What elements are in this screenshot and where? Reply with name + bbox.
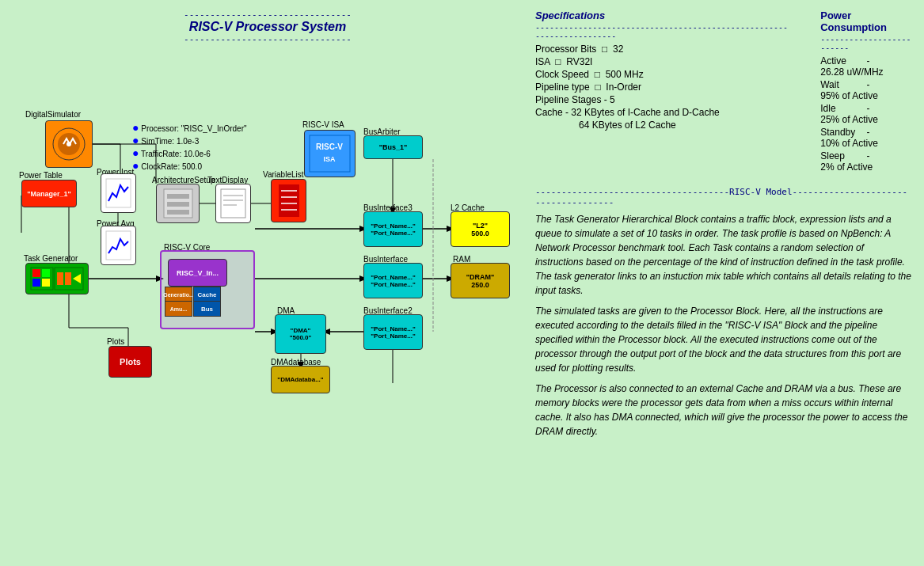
digital-simulator-label: DigitalSimulator (25, 110, 81, 119)
power-dashes: ------------------------- (820, 35, 911, 52)
text-display-block[interactable] (215, 184, 251, 223)
task-generator-block[interactable] (25, 263, 89, 294)
specs-dashes: ----------------------------------------… (535, 23, 789, 40)
variable-list-label: VariableList (263, 170, 304, 179)
connector-lines (10, 51, 524, 415)
isa-value: RV32I (566, 56, 592, 67)
power-avg-block[interactable] (101, 226, 136, 265)
pipeline-stages-value: 5 (610, 94, 615, 105)
specifications-section: Specifications -------------------------… (535, 9, 789, 174)
active-row: Active - 26.28 uW/MHz (820, 55, 911, 78)
model-para2: The simulated tasks are given to the Pro… (535, 304, 911, 375)
svg-rect-40 (167, 210, 189, 215)
standby-dash: - (867, 127, 875, 138)
power-title: Power Consumption (820, 9, 911, 33)
svg-point-34 (67, 142, 71, 146)
core-main-label: RISC_V_In... (177, 269, 219, 277)
cache-label: Cache (535, 107, 563, 118)
pipeline-stages-label: Pipeline Stages (535, 94, 601, 105)
sleep-value: 2% of Active (820, 161, 873, 173)
dma-database-block[interactable]: "DMAdataba..." (271, 366, 330, 393)
bus-arbiter-block[interactable]: "Bus_1" (363, 135, 423, 159)
risc-v-isa-block[interactable]: RISC-V ISA (304, 130, 356, 177)
clock-speed-label: Clock Speed (535, 69, 589, 80)
variable-list-block[interactable] (271, 179, 306, 222)
diagram-area: DigitalSimulator ● Processor: "RISC_V_In… (10, 51, 524, 415)
svg-rect-38 (167, 194, 189, 199)
pipeline-stages-row: Pipeline Stages - 5 (535, 94, 789, 105)
active-value: 26.28 uW/MHz (820, 66, 883, 78)
active-dash: - (867, 55, 875, 66)
risc-v-core-label: RISC-V Core (164, 243, 210, 252)
risc-v-isa-label: RISC-V ISA (302, 120, 344, 129)
processor-bits-value: 32 (613, 44, 623, 55)
standby-row: Standby - 10% of Active (820, 127, 911, 149)
dma-block[interactable]: "DMA" "500.0" (275, 314, 326, 354)
clock-speed-row: Clock Speed □ 500 MHz (535, 69, 789, 80)
bus-interface2-block[interactable]: "Port_Name..." "Port_Name..." (363, 314, 423, 350)
processor-bits-label: Processor Bits (535, 44, 596, 55)
cache-row: Cache - 32 KBytes of I-Cache and D-Cache (535, 107, 789, 118)
svg-rect-59 (57, 272, 63, 285)
svg-rect-41 (221, 189, 245, 218)
svg-rect-57 (42, 279, 50, 287)
idle-dash: - (867, 103, 875, 114)
risc-v-core-main-block[interactable]: RISC_V_In... (168, 259, 227, 287)
wait-value: 95% of Active (820, 90, 878, 101)
pipeline-type-row: Pipeline type □ In-Order (535, 82, 789, 93)
pipeline-type-value: In-Order (606, 82, 641, 93)
active-label: Active (820, 55, 864, 66)
plots-block[interactable]: Plots (108, 346, 152, 378)
arch-setup-block[interactable] (156, 184, 200, 223)
svg-text:ISA: ISA (323, 155, 336, 163)
wait-dash: - (867, 79, 875, 90)
svg-rect-45 (279, 184, 299, 217)
svg-rect-50 (310, 135, 350, 172)
digital-simulator-block[interactable] (45, 120, 93, 168)
idle-row: Idle - 25% of Active (820, 103, 911, 125)
wait-label: Wait (820, 79, 864, 90)
power-inst-block[interactable] (101, 173, 136, 213)
power-table-block[interactable]: "Manager_1" (21, 180, 77, 207)
processor-bits-row: Processor Bits □ 32 (535, 44, 789, 55)
cache-value: 32 KBytes of I-Cache and D-Cache (571, 107, 719, 118)
core-bus-block[interactable]: Bus (193, 301, 221, 317)
ram-block[interactable]: "DRAM" 250.0 (451, 263, 510, 298)
core-cache-block[interactable]: Cache (193, 287, 221, 302)
model-section: -------------------------------------RIS… (535, 187, 911, 439)
svg-rect-55 (42, 269, 50, 277)
l2-cache-block[interactable]: "L2" 500.0 (451, 211, 510, 247)
wait-row: Wait - 95% of Active (820, 79, 911, 101)
svg-rect-39 (167, 202, 189, 207)
power-table-label: Power Table (19, 171, 63, 180)
bus-interface3-block[interactable]: "Port_Name..." "Port_Name..." (363, 211, 423, 247)
specs-title: Specifications (535, 9, 789, 21)
sleep-dash: - (867, 150, 875, 161)
isa-label: ISA (535, 56, 550, 67)
model-para3: The Processor is also connected to an ex… (535, 382, 911, 439)
cache-value2: 64 KBytes of L2 Cache (579, 120, 676, 131)
title-dashes-bottom: -------------------------------- (10, 34, 526, 44)
standby-label: Standby (820, 127, 864, 138)
power-section: Power Consumption ----------------------… (820, 9, 911, 174)
model-dashes: -------------------------------------RIS… (535, 187, 911, 207)
sleep-label: Sleep (820, 150, 864, 161)
core-pipeline-block[interactable]: Amu... (165, 301, 192, 317)
svg-rect-54 (32, 269, 40, 277)
pipeline-type-label: Pipeline type (535, 82, 590, 93)
plots-text: Plots (120, 357, 141, 367)
plots-label: Plots (107, 337, 124, 346)
task-generator-label: Task Generator (24, 254, 78, 263)
isa-row: ISA □ RV32I (535, 56, 789, 67)
svg-rect-56 (32, 279, 40, 287)
model-para1: The Task Generator Hierarchical Block co… (535, 212, 911, 298)
standby-value: 10% of Active (820, 138, 878, 149)
svg-rect-60 (65, 272, 71, 285)
bus-interface-block[interactable]: "Port_Name..." "Port_Name..." (363, 263, 423, 298)
core-generation-block[interactable]: Generatio... (165, 287, 192, 302)
svg-text:RISC-V: RISC-V (316, 142, 343, 151)
simulation-info: ● Processor: "RISC_V_InOrder" ● SimTime:… (132, 122, 247, 173)
clock-speed-value: 500 MHz (606, 69, 644, 80)
page-title: RISC-V Processor System (10, 20, 526, 34)
idle-label: Idle (820, 103, 864, 114)
